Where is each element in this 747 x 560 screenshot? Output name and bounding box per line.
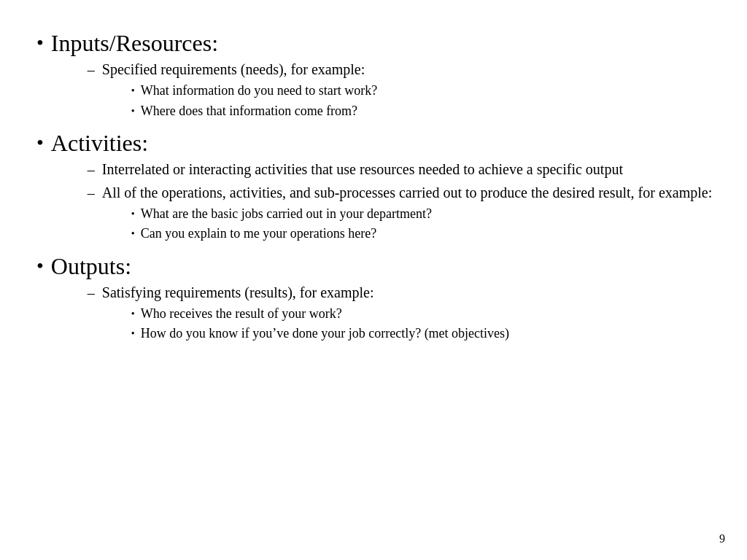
list-item-all-operations: – All of the operations, activities, and… — [88, 183, 718, 244]
slide-container: • Inputs/Resources: – Specified requirem… — [0, 0, 747, 560]
inputs-label: Inputs/Resources: — [51, 30, 218, 56]
inputs-content: Inputs/Resources: – Specified requiremen… — [51, 29, 718, 125]
list-item-outputs: • Outputs: – Satisfying requirements (re… — [36, 252, 718, 348]
dash-icon-satisfying: – — [88, 284, 95, 303]
list-item-inputs: • Inputs/Resources: – Specified requirem… — [36, 29, 718, 125]
outputs-sub-list: – Satisfying requirements (results), for… — [88, 283, 718, 344]
satisfying-label: Satisfying requirements (results), for e… — [102, 284, 374, 300]
bullet-icon-outputs: • — [36, 254, 44, 279]
inputs-sub-list: – Specified requirements (needs), for ex… — [88, 60, 718, 121]
activities-label: Activities: — [51, 130, 148, 156]
dash-icon-all-ops: – — [88, 184, 95, 203]
bullet-icon-info-need: • — [131, 84, 135, 98]
activities-content: Activities: – Interrelated or interactin… — [51, 129, 718, 248]
list-item-basic-jobs: • What are the basic jobs carried out in… — [131, 205, 718, 223]
list-item-satisfying: – Satisfying requirements (results), for… — [88, 283, 718, 344]
all-ops-sub-list: • What are the basic jobs carried out in… — [131, 205, 718, 243]
how-know-label: How do you know if you’ve done your job … — [141, 324, 509, 343]
info-need-label: What information do you need to start wo… — [141, 82, 377, 100]
satisfying-sub-list: • Who receives the result of your work? … — [131, 305, 718, 343]
info-from-label: Where does that information come from? — [141, 102, 357, 120]
specified-label: Specified requirements (needs), for exam… — [102, 61, 365, 77]
slide-content: • Inputs/Resources: – Specified requirem… — [29, 22, 718, 347]
interrelated-label: Interrelated or interacting activities t… — [102, 161, 623, 177]
list-item-info-need: • What information do you need to start … — [131, 82, 718, 100]
all-ops-content: All of the operations, activities, and s… — [102, 183, 718, 244]
list-item-interrelated: – Interrelated or interacting activities… — [88, 160, 718, 180]
dash-icon-specified: – — [88, 61, 95, 80]
bullet-icon-activities: • — [36, 131, 44, 155]
bullet-icon-info-from: • — [131, 104, 135, 119]
all-ops-label: All of the operations, activities, and s… — [102, 184, 712, 201]
activities-sub-list: – Interrelated or interacting activities… — [88, 160, 718, 244]
list-item-who-receives: • Who receives the result of your work? — [131, 305, 718, 323]
list-item-how-know: • How do you know if you’ve done your jo… — [131, 324, 718, 343]
basic-jobs-label: What are the basic jobs carried out in y… — [141, 205, 432, 223]
dash-icon-interrelated: – — [88, 160, 95, 180]
explain-ops-label: Can you explain to me your operations he… — [141, 225, 376, 243]
bullet-icon-basic-jobs: • — [131, 207, 135, 222]
bullet-icon-how-know: • — [131, 327, 135, 341]
list-item-info-from: • Where does that information come from? — [131, 102, 718, 120]
interrelated-content: Interrelated or interacting activities t… — [102, 160, 718, 179]
specified-sub-list: • What information do you need to start … — [131, 82, 718, 120]
bullet-icon-explain-ops: • — [131, 227, 135, 241]
outputs-content: Outputs: – Satisfying requirements (resu… — [51, 252, 718, 348]
who-receives-label: Who receives the result of your work? — [141, 305, 342, 323]
main-list: • Inputs/Resources: – Specified requirem… — [36, 29, 718, 347]
outputs-label: Outputs: — [51, 253, 131, 279]
list-item-explain-ops: • Can you explain to me your operations … — [131, 225, 718, 243]
specified-content: Specified requirements (needs), for exam… — [102, 60, 718, 121]
page-number: 9 — [719, 532, 725, 545]
list-item-specified-req: – Specified requirements (needs), for ex… — [88, 60, 718, 121]
satisfying-content: Satisfying requirements (results), for e… — [102, 283, 718, 344]
bullet-icon-who-receives: • — [131, 307, 135, 322]
list-item-activities: • Activities: – Interrelated or interact… — [36, 129, 718, 248]
bullet-icon-inputs: • — [36, 31, 44, 55]
